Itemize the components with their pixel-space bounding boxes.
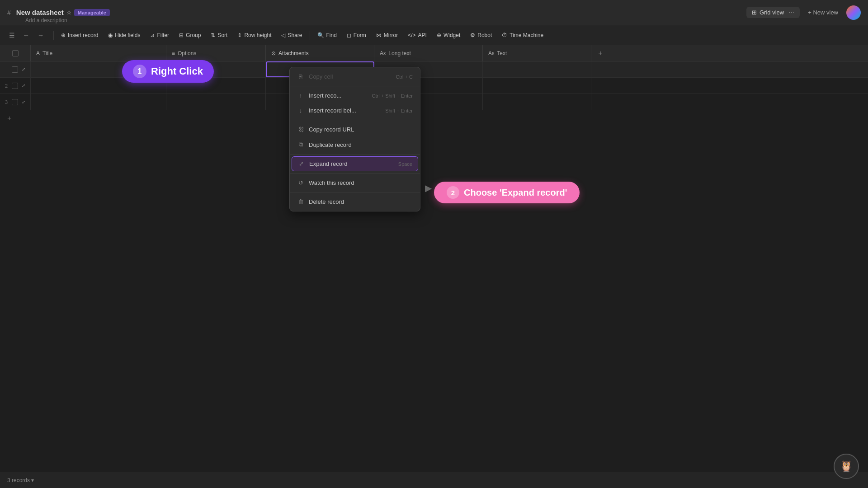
row-1-controls: ⤢ — [0, 61, 31, 77]
watch-label: Watch this record — [309, 179, 354, 186]
longtext-field-icon: Aε — [380, 50, 386, 56]
hamburger-icon[interactable]: ☰ — [5, 29, 18, 42]
forward-button[interactable]: → — [34, 29, 47, 42]
copy-icon: ⎘ — [297, 73, 304, 80]
api-icon: </> — [408, 32, 415, 38]
datasheet-title: New datasheet ☆ Manageable — [16, 9, 110, 16]
add-row-icon: + — [7, 114, 11, 122]
datasheet-name: New datasheet — [16, 9, 64, 16]
menu-delete[interactable]: 🗑 Delete record — [290, 194, 420, 209]
step1-label: Right Click — [151, 66, 203, 77]
insert-record-button[interactable]: ⊕ Insert record — [57, 30, 103, 41]
row-3-controls: 3 ⤢ — [0, 94, 31, 110]
widget-icon: ⊕ — [437, 32, 441, 38]
row-height-icon: ⇕ — [237, 32, 242, 38]
robot-icon: ⚙ — [470, 32, 475, 38]
robot-button[interactable]: ⚙ Robot — [466, 30, 496, 41]
title-field-label: Title — [42, 50, 52, 56]
toolbar-separator — [53, 31, 54, 40]
annotation-step2: 2 Choose 'Expand record' — [434, 182, 580, 203]
step2-label: Choose 'Expand record' — [464, 188, 567, 198]
share-button[interactable]: ◁ Share — [277, 30, 307, 41]
annotation-step1: 1 Right Click — [122, 60, 214, 83]
nav-buttons: ☰ ← → — [5, 29, 47, 42]
api-button[interactable]: </> API — [403, 30, 431, 41]
header-text: Aε Text — [483, 45, 591, 61]
context-menu: ⎘ Copy cell Ctrl + C ↑ Insert reco... Ct… — [289, 67, 420, 211]
title-field-icon: A — [36, 50, 40, 56]
filter-button[interactable]: ⊿ Filter — [146, 30, 174, 41]
sort-button[interactable]: ⇅ Sort — [206, 30, 232, 41]
copy-cell-label: Copy cell — [309, 73, 333, 80]
view-dot-menu[interactable]: ⋯ — [788, 9, 794, 16]
text-field-label: Text — [497, 50, 507, 56]
expand-label: Expand record — [309, 160, 348, 167]
menu-insert-below[interactable]: ↓ Insert record bel... Shift + Enter — [290, 103, 420, 118]
form-button[interactable]: ◻ Form — [342, 30, 371, 41]
menu-copy-cell[interactable]: ⎘ Copy cell Ctrl + C — [290, 69, 420, 84]
menu-expand-record[interactable]: ⤢ Expand record Space — [292, 156, 418, 171]
row-2-checkbox[interactable] — [12, 83, 18, 89]
menu-copy-url[interactable]: ⛓ Copy record URL — [290, 122, 420, 137]
manageable-badge: Manageable — [74, 9, 110, 16]
insert-above-label: Insert reco... — [309, 92, 341, 99]
expand-shortcut: Space — [398, 161, 412, 167]
separator — [290, 173, 420, 174]
row-2-controls: 2 ⤢ — [0, 78, 31, 94]
grid-view-tab[interactable]: ⊞ Grid view ⋯ — [746, 7, 800, 18]
mirror-button[interactable]: ⋈ Mirror — [372, 30, 402, 41]
new-view-button[interactable]: + New view — [803, 7, 843, 18]
insert-below-icon: ↓ — [297, 107, 304, 114]
group-icon: ⊟ — [179, 32, 184, 38]
time-machine-button[interactable]: ⏱ Time Machine — [497, 30, 548, 41]
insert-above-shortcut: Ctrl + Shift + Enter — [372, 93, 413, 99]
table-row: 3 ⤢ — [0, 94, 868, 110]
row-1-expand[interactable]: ⤢ — [20, 66, 27, 73]
delete-label: Delete record — [309, 198, 344, 205]
duplicate-label: Duplicate record — [309, 141, 352, 148]
widget-button[interactable]: ⊕ Widget — [432, 30, 465, 41]
find-button[interactable]: 🔍 Find — [313, 30, 341, 41]
row-3-checkbox[interactable] — [12, 99, 18, 105]
add-row-button[interactable]: + — [0, 110, 868, 127]
link-icon: ⛓ — [297, 126, 304, 133]
hide-fields-button[interactable]: ◉ Hide fields — [104, 30, 145, 41]
copy-cell-shortcut: Ctrl + C — [396, 74, 413, 80]
row-3-title[interactable] — [31, 94, 166, 110]
text-field-icon: Aε — [488, 50, 494, 56]
row-height-button[interactable]: ⇕ Row height — [233, 30, 276, 41]
separator — [290, 86, 420, 86]
menu-duplicate[interactable]: ⧉ Duplicate record — [290, 137, 420, 152]
select-all-checkbox[interactable] — [12, 50, 19, 56]
top-bar: # New datasheet ☆ Manageable ⊞ Grid view… — [0, 0, 868, 25]
records-count[interactable]: 3 records ▾ — [7, 477, 34, 483]
datasheet-description[interactable]: Add a description — [25, 17, 67, 23]
menu-insert-above[interactable]: ↑ Insert reco... Ctrl + Shift + Enter — [290, 88, 420, 103]
eye-icon: ◉ — [108, 32, 113, 38]
user-avatar — [846, 5, 861, 20]
row-3-expand[interactable]: ⤢ — [20, 99, 27, 106]
add-field-button[interactable]: + — [591, 49, 609, 57]
share-icon: ◁ — [281, 32, 285, 38]
menu-watch[interactable]: ↺ Watch this record — [290, 175, 420, 190]
separator — [290, 120, 420, 120]
row-3-text[interactable] — [483, 94, 591, 110]
duplicate-icon: ⧉ — [297, 141, 304, 148]
sort-icon: ⇅ — [211, 32, 215, 38]
back-button[interactable]: ← — [20, 29, 33, 42]
star-icon[interactable]: ☆ — [66, 9, 71, 16]
row-1-text[interactable] — [483, 61, 591, 77]
group-button[interactable]: ⊟ Group — [175, 30, 205, 41]
row-2-expand[interactable]: ⤢ — [20, 82, 27, 89]
bot-avatar[interactable]: 🦉 — [834, 454, 859, 479]
insert-below-shortcut: Shift + Enter — [385, 108, 413, 113]
bottom-bar: 3 records ▾ — [0, 472, 868, 488]
form-icon: ◻ — [347, 32, 351, 38]
attachments-field-label: Attachments — [278, 50, 309, 56]
watch-icon: ↺ — [297, 179, 304, 186]
options-field-icon: ≡ — [172, 50, 175, 56]
row-2-text[interactable] — [483, 78, 591, 94]
row-1-checkbox[interactable] — [12, 66, 18, 73]
header-checkbox[interactable] — [0, 45, 31, 61]
row-3-options[interactable] — [166, 94, 266, 110]
